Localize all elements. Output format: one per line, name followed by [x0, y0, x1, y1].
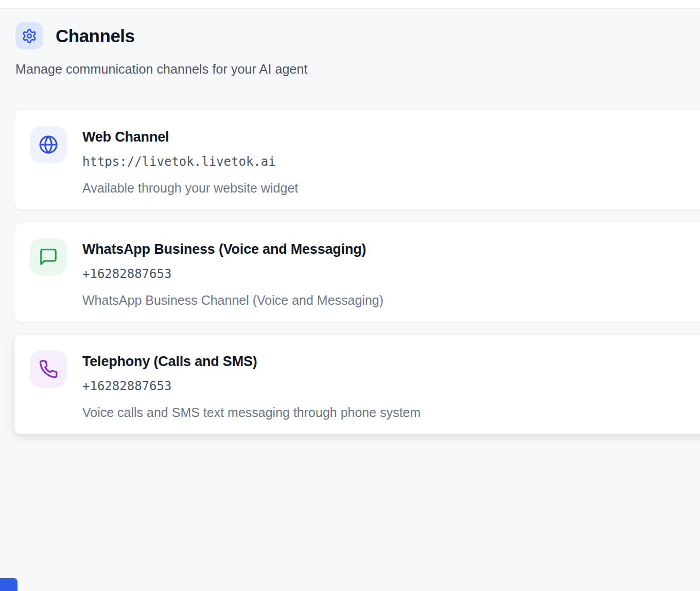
channel-card-telephony[interactable]: Telephony (Calls and SMS) +16282887653 V…	[14, 334, 700, 434]
page-header: Channels Manage communication channels f…	[15, 22, 308, 77]
channel-card-list: Web Channel https://livetok.livetok.ai A…	[14, 110, 700, 446]
channel-title: WhatsApp Business (Voice and Messaging)	[82, 241, 383, 257]
page-subtitle: Manage communication channels for your A…	[15, 62, 308, 77]
gear-icon	[15, 22, 43, 49]
channel-description: Available through your website widget	[82, 181, 298, 195]
channel-title: Telephony (Calls and SMS)	[82, 354, 421, 369]
partial-blue-button[interactable]	[0, 578, 18, 591]
phone-icon	[30, 351, 67, 388]
channel-description: WhatsApp Business Channel (Voice and Mes…	[82, 293, 383, 307]
page-title: Channels	[56, 26, 135, 46]
channel-value: https://livetok.livetok.ai	[82, 154, 298, 169]
channel-card-whatsapp[interactable]: WhatsApp Business (Voice and Messaging) …	[14, 222, 700, 322]
channel-description: Voice calls and SMS text messaging throu…	[82, 405, 421, 420]
globe-icon	[30, 126, 67, 163]
channel-value: +16282887653	[82, 379, 421, 393]
channels-page: Channels Manage communication channels f…	[0, 0, 700, 591]
top-white-band	[0, 0, 700, 8]
page-panel: Channels Manage communication channels f…	[0, 8, 700, 591]
message-square-icon	[30, 238, 67, 275]
channel-card-web[interactable]: Web Channel https://livetok.livetok.ai A…	[14, 110, 700, 210]
channel-value: +16282887653	[82, 267, 383, 281]
channel-title: Web Channel	[82, 129, 298, 145]
